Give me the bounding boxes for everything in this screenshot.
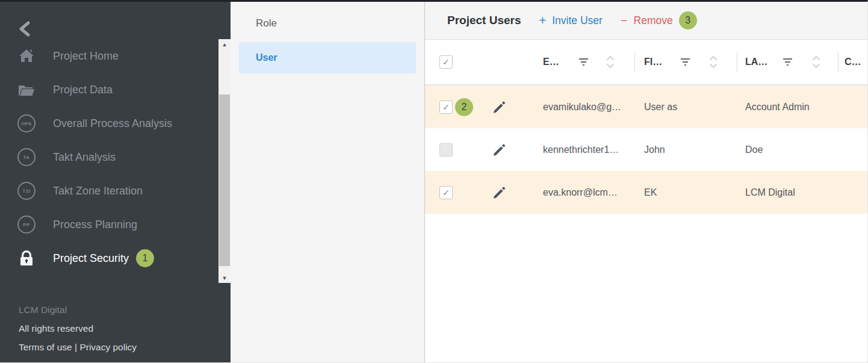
sidebar: Project HomeProject DataOPAOverall Proce…: [0, 2, 231, 362]
opa-circle-icon: OPA: [0, 114, 53, 132]
cell-email: kennethrichter1…: [543, 144, 619, 155]
sidebar-item-takt-analysis[interactable]: TATakt Analysis: [0, 140, 219, 174]
table-row[interactable]: kennethrichter1…JohnDoe: [425, 128, 867, 171]
sidebar-scrollbar[interactable]: ▲ ▼: [219, 39, 231, 283]
column-header-3: C…: [845, 57, 861, 67]
sidebar-item-label: Project Data: [53, 84, 113, 96]
minus-icon: −: [621, 14, 628, 28]
column-divider: [737, 52, 737, 72]
column-divider: [838, 52, 839, 72]
cell-last: LCM Digital: [745, 187, 795, 198]
table-row[interactable]: ✓eva.knorr@lcm…EKLCM Digital: [425, 171, 867, 214]
sidebar-item-project-data[interactable]: Project Data: [0, 73, 219, 107]
home-icon: [0, 49, 53, 63]
sidebar-nav: Project HomeProject DataOPAOverall Proce…: [0, 39, 219, 275]
role-panel: Role User: [231, 2, 424, 362]
table-row[interactable]: ✓2evamikulako@g…User asAccount Admin: [425, 85, 867, 128]
circle-abbr-text: TA: [17, 148, 36, 166]
table-body: ✓2evamikulako@g…User asAccount Adminkenn…: [425, 85, 867, 214]
select-all-checkbox[interactable]: ✓: [439, 55, 453, 69]
invite-user-label: Invite User: [552, 14, 603, 27]
filter-icon[interactable]: [680, 58, 690, 66]
cell-email: eva.knorr@lcm…: [543, 187, 618, 198]
filter-icon[interactable]: [578, 58, 589, 66]
sidebar-item-label: Takt Analysis: [53, 151, 116, 164]
back-button[interactable]: [18, 20, 36, 38]
chevron-left-icon: [18, 21, 31, 37]
sidebar-item-label: Takt Zone Iteration: [53, 185, 143, 197]
row-checkbox[interactable]: ✓: [439, 186, 453, 199]
circle-abbr-text: TZI: [17, 182, 36, 200]
annotation-badge-1: 1: [136, 249, 154, 267]
sidebar-item-process-planning[interactable]: PPProcess Planning: [0, 208, 219, 241]
role-item-user[interactable]: User: [239, 42, 416, 73]
ta-circle-icon: TA: [0, 148, 53, 166]
cell-first: EK: [644, 187, 657, 198]
sidebar-item-takt-zone-iteration[interactable]: TZITakt Zone Iteration: [0, 174, 219, 208]
plus-icon: +: [539, 14, 547, 28]
circle-abbr-text: PP: [17, 216, 36, 234]
pp-circle-icon: PP: [0, 216, 53, 234]
row-checkbox[interactable]: [439, 143, 453, 157]
column-header-0: E…: [543, 57, 559, 67]
filter-icon[interactable]: [783, 58, 793, 66]
edit-pencil-icon[interactable]: [492, 185, 506, 199]
cell-first: User as: [644, 102, 677, 113]
page-title: Project Users: [447, 14, 521, 27]
scrollbar-thumb[interactable]: [219, 95, 230, 266]
annotation-badge-2: 2: [455, 98, 473, 116]
sidebar-item-project-security[interactable]: Project Security1: [0, 241, 219, 275]
remove-button[interactable]: − Remove: [621, 14, 673, 28]
company-name: LCM Digital: [19, 305, 137, 315]
table-header: ✓E…FI…LA…C…: [425, 40, 867, 85]
cell-email: evamikulako@g…: [543, 102, 621, 113]
sort-icon[interactable]: [709, 55, 718, 69]
folder-icon: [0, 83, 53, 96]
sidebar-item-label: Project Home: [53, 50, 119, 63]
circle-abbr-text: OPA: [17, 114, 36, 132]
column-header-2: LA…: [745, 57, 767, 67]
sidebar-item-label: Process Planning: [53, 219, 137, 231]
column-header-1: FI…: [644, 57, 662, 67]
app-window: Project HomeProject DataOPAOverall Proce…: [0, 0, 868, 363]
lock-icon: [0, 250, 53, 266]
sort-icon[interactable]: [606, 55, 615, 69]
project-users-panel: Project Users + Invite User − Remove 3 ✓…: [424, 2, 867, 362]
sort-icon[interactable]: [812, 55, 820, 69]
tzi-circle-icon: TZI: [0, 182, 53, 200]
edit-pencil-icon[interactable]: [492, 143, 506, 157]
row-checkbox[interactable]: ✓: [439, 101, 453, 114]
edit-pencil-icon[interactable]: [492, 100, 506, 114]
scroll-up-arrow-icon[interactable]: ▲: [219, 39, 231, 49]
sidebar-item-overall-process-analysis[interactable]: OPAOverall Process Analysis: [0, 107, 219, 140]
role-item-label: User: [256, 52, 277, 63]
rights-text: All rights reserved: [19, 323, 137, 334]
cell-last: Doe: [745, 144, 763, 155]
remove-label: Remove: [634, 14, 673, 27]
terms-of-use-link[interactable]: Terms of use: [19, 342, 72, 352]
scroll-down-arrow-icon[interactable]: ▼: [219, 273, 231, 283]
sidebar-item-label: Overall Process Analysis: [53, 117, 172, 130]
annotation-badge-3: 3: [679, 11, 697, 29]
sidebar-item-project-home[interactable]: Project Home: [0, 39, 219, 73]
cell-first: John: [644, 144, 665, 155]
role-panel-title: Role: [256, 17, 277, 29]
sidebar-footer: LCM Digital All rights reserved Terms of…: [19, 305, 137, 353]
cell-last: Account Admin: [745, 102, 810, 113]
users-toolbar: Project Users + Invite User − Remove 3: [425, 2, 867, 40]
footer-separator: |: [72, 342, 80, 352]
privacy-policy-link[interactable]: Privacy policy: [79, 342, 137, 352]
column-divider: [634, 52, 635, 72]
invite-user-button[interactable]: + Invite User: [539, 14, 603, 28]
sidebar-item-label: Project Security: [53, 252, 129, 265]
